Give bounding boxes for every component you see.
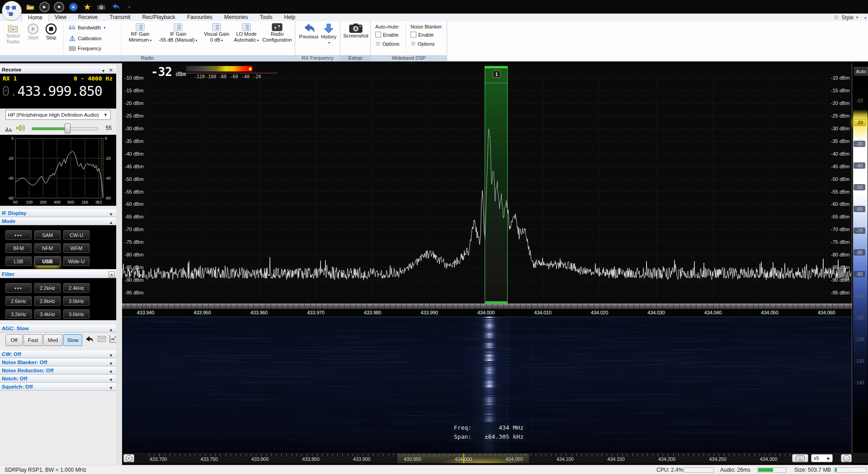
envelope-icon[interactable]: [98, 336, 106, 342]
visual-gain-button[interactable]: Visual Gain 0 dB: [203, 23, 231, 43]
mode-button-BFM[interactable]: BFM: [5, 243, 32, 253]
auto-mute-enable-checkbox[interactable]: Enable: [375, 32, 400, 38]
chevron-down-icon[interactable]: ▼: [109, 211, 113, 218]
undo-icon[interactable]: [110, 2, 120, 12]
mode-button-CWU[interactable]: CW-U: [63, 230, 90, 240]
close-icon[interactable]: ✕: [109, 66, 113, 74]
palette-level--100[interactable]: -100: [854, 293, 865, 299]
agc-button-off[interactable]: Off: [5, 334, 23, 346]
frequency-nav-bar[interactable]: 433.700433.750433.800433.850433.900433.9…: [122, 453, 868, 463]
audio-device-select[interactable]: HP (Périphérique High Definition Audio) …: [5, 110, 111, 120]
receive-panel-header[interactable]: Receive ▼ ✕: [0, 66, 116, 74]
tab-home[interactable]: Home: [22, 14, 49, 22]
rx-band-number-badge[interactable]: 1: [493, 71, 500, 78]
filter-button-3.4kHz[interactable]: 3.4kHz: [34, 309, 61, 319]
camera-icon[interactable]: [96, 2, 106, 12]
spectrum-frequency-ruler[interactable]: [122, 303, 852, 309]
filter-button-2.8kHz[interactable]: 2.8kHz: [34, 296, 61, 306]
filter-button-2.2kHz[interactable]: 2.2kHz: [34, 283, 61, 293]
checkbox-icon[interactable]: [410, 32, 416, 38]
noise-blanker-options-button[interactable]: ⚙ Options: [410, 40, 443, 47]
tab-rec-playback[interactable]: Rec/Playback: [136, 14, 181, 21]
undo-arrow-icon[interactable]: [84, 335, 94, 343]
auto-mute-options-button[interactable]: ⚙ Options: [375, 40, 400, 47]
palette-level--10[interactable]: -10: [854, 97, 865, 104]
rx-band-marker[interactable]: 1: [485, 66, 508, 301]
section-filter[interactable]: Filter ▲: [0, 270, 116, 278]
agc-button-slow[interactable]: Slow: [63, 334, 82, 346]
favourite-star-icon[interactable]: ★: [82, 2, 92, 12]
tab-help[interactable]: Help: [278, 14, 302, 21]
tab-view[interactable]: View: [49, 14, 72, 21]
chevron-down-icon[interactable]: ▼: [109, 360, 113, 367]
section-noise-reduction[interactable]: Noise Reduction: Off ▼: [0, 367, 116, 374]
span-reset-button[interactable]: ↔: [841, 454, 852, 462]
palette-level--140[interactable]: -140: [854, 379, 865, 386]
play-icon[interactable]: ▶: [39, 2, 50, 12]
scroll-up-icon[interactable]: ▲: [108, 271, 115, 278]
ribbon-collapse-icon[interactable]: ▴: [864, 15, 866, 19]
radio-configuration-button[interactable]: Radio Configuration: [261, 23, 293, 43]
volume-slider-handle[interactable]: [65, 123, 71, 133]
stop-icon[interactable]: ■: [54, 2, 64, 12]
calibration-button[interactable]: Calibration: [69, 35, 102, 41]
waterfall-palette-slider[interactable]: [853, 78, 868, 450]
rx-band-top-cap[interactable]: [485, 66, 507, 68]
chevron-right-icon[interactable]: ▶: [827, 456, 830, 460]
palette-level--40[interactable]: -40: [854, 162, 865, 169]
open-folder-icon[interactable]: [25, 2, 35, 12]
speaker-icon[interactable]: [16, 124, 25, 132]
mode-button-WFM[interactable]: WFM: [63, 243, 90, 253]
palette-level--60[interactable]: -60: [854, 206, 865, 212]
mode-button-NFM[interactable]: NFM: [34, 243, 61, 253]
palette-level--130[interactable]: -130: [854, 358, 865, 364]
chevron-down-icon[interactable]: ▼: [109, 376, 113, 384]
auto-scale-button[interactable]: Auto: [854, 67, 868, 76]
mode-button-[interactable]: •••: [5, 230, 32, 240]
palette-level--110[interactable]: -110: [854, 314, 865, 321]
mode-button-LSB[interactable]: LSB: [5, 256, 32, 266]
mode-button-WideU[interactable]: Wide-U: [63, 256, 90, 266]
filter-button-2.4kHz[interactable]: 2.4kHz: [63, 283, 90, 293]
mode-button-USB[interactable]: USB: [34, 256, 61, 266]
chevron-down-icon[interactable]: ▼: [109, 352, 113, 359]
agc-button-fast[interactable]: Fast: [24, 334, 42, 346]
stop-button[interactable]: Stop: [43, 23, 59, 41]
rf-gain-button[interactable]: RF Gain Minimum: [127, 23, 153, 43]
section-mode[interactable]: Mode ▲: [0, 218, 116, 225]
palette-level--50[interactable]: -50: [854, 184, 865, 190]
if-gain-button[interactable]: IF Gain -55 dB (Manual): [156, 23, 200, 43]
panel-splitter[interactable]: [116, 63, 122, 465]
filter-button-2.6kHz[interactable]: 2.6kHz: [5, 296, 32, 306]
zoom-step-button[interactable]: x5 ▶: [811, 454, 833, 462]
palette-level--70[interactable]: -70: [854, 228, 865, 234]
equalizer-icon[interactable]: [5, 125, 13, 132]
qat-more-icon[interactable]: ▿: [124, 2, 134, 12]
keyboard-entry-button[interactable]: [792, 454, 808, 462]
nav-center-button[interactable]: «: [123, 454, 134, 462]
add-icon[interactable]: +: [68, 2, 78, 12]
style-gear-icon[interactable]: ⚙: [834, 14, 839, 21]
section-if-display[interactable]: IF Display ▼: [0, 209, 116, 217]
section-squelch[interactable]: Squelch: Off ▼: [0, 383, 116, 391]
filter-button-[interactable]: •••: [5, 283, 32, 293]
agc-button-med[interactable]: Med: [43, 334, 62, 346]
tab-transmit[interactable]: Transmit: [104, 14, 136, 21]
palette-level--120[interactable]: -120: [854, 336, 865, 342]
section-notch[interactable]: Notch: Off ▼: [0, 375, 116, 383]
history-button[interactable]: History: [319, 23, 338, 46]
tab-memories[interactable]: Memories: [218, 14, 254, 21]
style-button[interactable]: Style: [841, 14, 854, 21]
chevron-down-icon[interactable]: ▼: [109, 384, 113, 392]
select-radio-button[interactable]: SelectRadio: [4, 23, 23, 45]
palette-level--90[interactable]: -90: [854, 271, 865, 277]
tab-tools[interactable]: Tools: [254, 14, 278, 21]
filter-button-3.2kHz[interactable]: 3.2kHz: [5, 309, 32, 319]
mode-button-SAM[interactable]: SAM: [34, 230, 61, 240]
palette-level--80[interactable]: -80: [854, 249, 865, 256]
lo-mode-button[interactable]: LO Mode Automatic: [233, 23, 259, 43]
app-logo-icon[interactable]: [2, 1, 22, 21]
start-button[interactable]: Start: [25, 23, 41, 41]
section-noise-blanker[interactable]: Noise Blanker: Off ▼: [0, 359, 116, 366]
palette-level--30[interactable]: -30: [854, 141, 865, 147]
